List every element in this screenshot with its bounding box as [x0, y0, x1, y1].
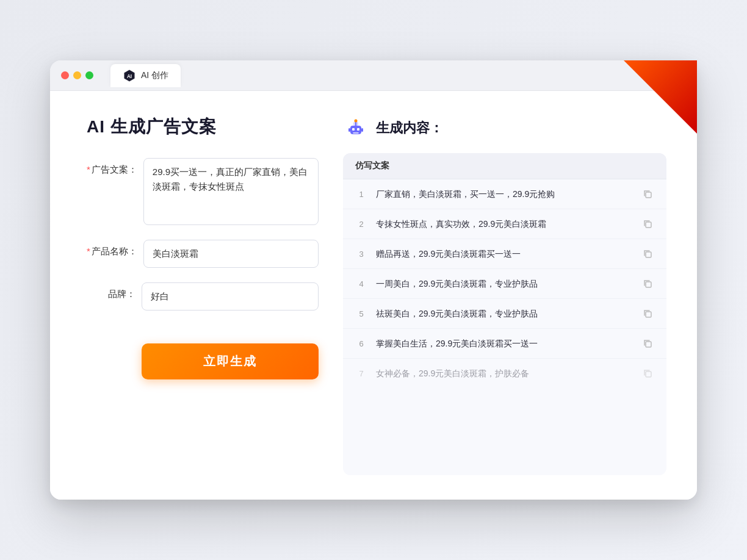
result-row-text: 厂家直销，美白淡斑霜，买一送一，29.9元抢购	[376, 188, 632, 201]
ad-copy-input[interactable]	[143, 158, 319, 225]
traffic-lights	[61, 71, 93, 79]
copy-icon[interactable]	[641, 307, 654, 320]
result-row-number: 3	[355, 249, 367, 259]
copy-icon[interactable]	[641, 367, 654, 380]
result-row: 1厂家直销，美白淡斑霜，买一送一，29.9元抢购	[343, 179, 666, 209]
svg-rect-17	[646, 372, 651, 377]
result-row-text: 一周美白，29.9元美白淡斑霜，专业护肤品	[376, 278, 632, 290]
result-row-text: 祛斑美白，29.9元美白淡斑霜，专业护肤品	[376, 307, 632, 320]
svg-point-10	[355, 120, 358, 123]
result-table-header: 仿写文案	[343, 153, 666, 179]
browser-window: AI AI 创作 AI 生成广告文案 *广告文案：	[50, 60, 697, 500]
brand-input[interactable]	[142, 282, 319, 311]
result-row-number: 6	[355, 339, 367, 348]
svg-rect-12	[646, 222, 651, 228]
product-name-label: *产品名称：	[87, 240, 143, 257]
svg-rect-16	[646, 342, 651, 347]
tab-ai-create[interactable]: AI AI 创作	[110, 64, 181, 87]
result-row-number: 2	[355, 220, 367, 229]
brand-group: 品牌：	[87, 282, 319, 311]
result-row-text: 掌握美白生活，29.9元美白淡斑霜买一送一	[376, 337, 632, 350]
svg-text:AI: AI	[127, 73, 132, 79]
result-row-number: 4	[355, 279, 367, 289]
result-row-number: 5	[355, 309, 367, 318]
brand-label: 品牌：	[87, 282, 142, 300]
tab-label: AI 创作	[141, 70, 168, 81]
required-star-ad: *	[87, 164, 90, 174]
result-table: 仿写文案 1厂家直销，美白淡斑霜，买一送一，29.9元抢购2专抹女性斑点，真实功…	[343, 153, 666, 475]
product-name-group: *产品名称：	[87, 240, 319, 268]
generate-button[interactable]: 立即生成	[142, 343, 319, 379]
svg-rect-7	[348, 128, 350, 132]
ad-copy-group: *广告文案：	[87, 158, 319, 225]
robot-icon	[343, 115, 369, 141]
result-row-number: 1	[355, 190, 367, 199]
result-title: 生成内容：	[376, 119, 443, 137]
svg-rect-4	[352, 128, 355, 131]
page-title: AI 生成广告文案	[87, 115, 319, 138]
ad-copy-label: *广告文案：	[87, 158, 143, 176]
result-row: 4一周美白，29.9元美白淡斑霜，专业护肤品	[343, 269, 666, 299]
result-row-text: 女神必备，29.9元美白淡斑霜，护肤必备	[376, 367, 632, 380]
result-header: 生成内容：	[343, 115, 666, 141]
result-row: 3赠品再送，29.9元美白淡斑霜买一送一	[343, 239, 666, 269]
result-row-text: 赠品再送，29.9元美白淡斑霜买一送一	[376, 248, 632, 260]
svg-rect-13	[646, 252, 651, 257]
tab-bar: AI AI 创作	[110, 64, 181, 87]
left-panel: AI 生成广告文案 *广告文案： *产品名称： 品	[87, 115, 319, 475]
titlebar: AI AI 创作	[50, 60, 697, 91]
svg-rect-14	[646, 282, 651, 287]
result-row-number: 7	[355, 369, 367, 378]
svg-rect-15	[646, 312, 651, 317]
svg-rect-11	[646, 192, 651, 198]
result-row-text: 专抹女性斑点，真实功效，29.9元美白淡斑霜	[376, 218, 632, 231]
result-row: 6掌握美白生活，29.9元美白淡斑霜买一送一	[343, 329, 666, 359]
product-name-input[interactable]	[143, 240, 319, 268]
result-row: 2专抹女性斑点，真实功效，29.9元美白淡斑霜	[343, 209, 666, 239]
svg-rect-8	[361, 128, 363, 132]
result-row: 5祛斑美白，29.9元美白淡斑霜，专业护肤品	[343, 299, 666, 329]
copy-icon[interactable]	[641, 247, 654, 260]
copy-icon[interactable]	[641, 277, 654, 290]
ai-tab-icon: AI	[123, 69, 136, 82]
result-row: 7女神必备，29.9元美白淡斑霜，护肤必备	[343, 359, 666, 388]
close-button[interactable]	[61, 71, 69, 79]
maximize-button[interactable]	[85, 71, 93, 79]
minimize-button[interactable]	[73, 71, 81, 79]
svg-rect-5	[357, 128, 359, 131]
main-content: AI 生成广告文案 *广告文案： *产品名称： 品	[50, 91, 697, 500]
required-star-product: *	[87, 246, 90, 256]
right-panel: 生成内容： 仿写文案 1厂家直销，美白淡斑霜，买一送一，29.9元抢购2专抹女性…	[343, 115, 666, 475]
copy-icon[interactable]	[641, 337, 654, 350]
copy-icon[interactable]	[641, 217, 654, 231]
result-rows-container: 1厂家直销，美白淡斑霜，买一送一，29.9元抢购2专抹女性斑点，真实功效，29.…	[343, 179, 666, 388]
copy-icon[interactable]	[641, 187, 654, 201]
